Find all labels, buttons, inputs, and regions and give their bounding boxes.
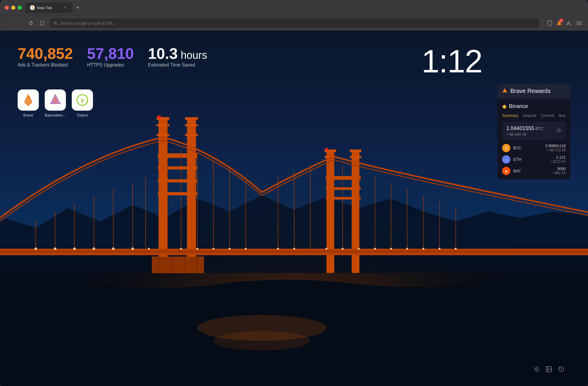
ads-blocked-label: Ads & Trackers Blocked [18, 62, 73, 68]
minimize-button[interactable] [11, 6, 15, 10]
bookmarks-icon[interactable] [546, 366, 552, 374]
tab-area: New Tab ✕ + [25, 2, 583, 13]
brave-icon-label: Brave [23, 113, 33, 117]
svg-point-77 [358, 248, 360, 250]
browser-window: New Tab ✕ + 4 [0, 0, 588, 386]
eth-usd: ≈ $122.43 [550, 159, 566, 164]
svg-rect-16 [185, 124, 198, 126]
svg-point-71 [229, 248, 231, 250]
rewards-triangle-icon [502, 88, 507, 94]
title-bar: New Tab ✕ + [0, 0, 588, 15]
quick-access-bat[interactable]: Basicatten... [45, 89, 66, 117]
svg-point-70 [212, 248, 214, 250]
nav-right-icons: 4 [546, 19, 583, 27]
bookmark-button[interactable] [38, 19, 46, 27]
bottom-icons [533, 366, 564, 374]
svg-point-75 [326, 248, 328, 250]
btc-values: 0.90891119 ≈ $8,212.58 [545, 144, 566, 152]
svg-point-92 [558, 130, 560, 131]
traffic-lights [5, 6, 22, 10]
back-button[interactable] [5, 19, 13, 27]
binance-tab-convert[interactable]: Convert [541, 113, 554, 118]
binance-tab-summary[interactable]: Summary [502, 113, 519, 118]
bat-icon-label: Basicatten... [45, 113, 66, 117]
svg-point-91 [557, 129, 561, 132]
new-tab-button[interactable]: + [74, 4, 82, 12]
maximize-button[interactable] [18, 6, 22, 10]
balance-display: 1.04401555 BTC ≈ $8,480.48 [502, 122, 566, 140]
binance-logo-icon: ◆ [502, 103, 507, 110]
clock-display: 1:12 [422, 42, 482, 80]
svg-rect-19 [158, 153, 197, 158]
balance-main: 1.04401555 BTC ≈ $8,480.48 [506, 125, 556, 137]
svg-rect-30 [326, 187, 361, 190]
search-icon [53, 21, 57, 25]
eth-name: ETH [513, 157, 547, 162]
svg-text:y: y [81, 97, 84, 103]
svg-rect-26 [350, 149, 362, 152]
binance-tabs: Summary Deposit Convert Buy [502, 113, 566, 118]
rewards-header: Brave Rewards [497, 84, 570, 99]
bat-amount: 3000 [552, 167, 566, 171]
svg-point-66 [131, 247, 134, 250]
svg-rect-20 [158, 166, 197, 169]
svg-point-68 [180, 248, 182, 250]
bat-usd: ≈ $61.55 [552, 171, 566, 175]
bat-coin-icon: ▲ [502, 167, 510, 175]
svg-point-65 [112, 247, 115, 250]
svg-point-74 [293, 248, 295, 250]
close-button[interactable] [5, 6, 9, 10]
main-content: 740,852 Ads & Trackers Blocked 57,810 HT… [0, 31, 588, 386]
svg-rect-22 [158, 192, 197, 195]
ads-blocked-value: 740,852 [18, 46, 73, 61]
svg-rect-15 [156, 124, 169, 126]
svg-point-2 [568, 21, 570, 24]
tab-title: New Tab [37, 6, 61, 10]
svg-rect-56 [0, 250, 588, 253]
bat-app-icon [45, 89, 66, 111]
eye-icon[interactable] [556, 128, 562, 134]
binance-tab-deposit[interactable]: Deposit [523, 113, 536, 118]
svg-point-69 [196, 248, 198, 250]
eth-item: ⬨ ETH 1.121 ≈ $122.43 [502, 155, 566, 164]
bat-item: ▲ BAT 3000 ≈ $61.55 [502, 167, 566, 175]
rewards-badge: 4 [559, 19, 563, 23]
balance-usd: ≈ $8,480.48 [506, 132, 556, 137]
address-bar[interactable] [49, 18, 539, 29]
url-input[interactable] [60, 21, 536, 26]
time-saved-label: Estimated Time Saved [148, 62, 207, 68]
svg-point-67 [148, 248, 150, 250]
svg-rect-14 [185, 117, 198, 120]
svg-point-83 [455, 248, 457, 250]
svg-rect-17 [156, 134, 169, 136]
active-tab[interactable]: New Tab ✕ [25, 2, 72, 13]
quick-access-brave[interactable]: Brave [18, 89, 39, 117]
profile-button[interactable] [564, 19, 573, 27]
reload-button[interactable] [27, 19, 35, 27]
menu-button[interactable] [575, 19, 583, 27]
forward-button[interactable] [16, 19, 24, 27]
rewards-nav-icon[interactable]: 4 [556, 20, 562, 27]
rewards-widget: Brave Rewards ◆ Binance Summary Deposit … [497, 84, 570, 179]
brave-shield-button[interactable] [546, 19, 554, 27]
binance-section: ◆ Binance Summary Deposit Convert Buy 1.… [497, 99, 570, 179]
svg-point-61 [34, 247, 37, 250]
svg-point-64 [93, 247, 95, 250]
svg-rect-18 [185, 134, 198, 136]
svg-point-63 [73, 247, 76, 250]
binance-tab-buy[interactable]: Buy [559, 113, 565, 118]
time-saved-stat: 10.3 hours Estimated Time Saved [148, 46, 207, 68]
yubico-app-icon: y [72, 89, 93, 111]
btc-usd: ≈ $8,212.58 [545, 148, 566, 152]
quick-access-yubico[interactable]: y Yubico [72, 89, 93, 117]
tab-close-button[interactable]: ✕ [63, 5, 68, 10]
svg-point-84 [325, 148, 328, 151]
eth-icon: ⬨ [502, 155, 510, 164]
settings-icon[interactable] [533, 366, 540, 374]
history-icon[interactable] [558, 366, 564, 374]
btc-amount: 0.90891119 [545, 144, 566, 148]
balance-value: 1.04401555 BTC [506, 125, 556, 132]
svg-point-82 [439, 248, 441, 250]
https-upgrades-value: 57,810 [87, 46, 134, 61]
svg-point-78 [374, 248, 376, 250]
